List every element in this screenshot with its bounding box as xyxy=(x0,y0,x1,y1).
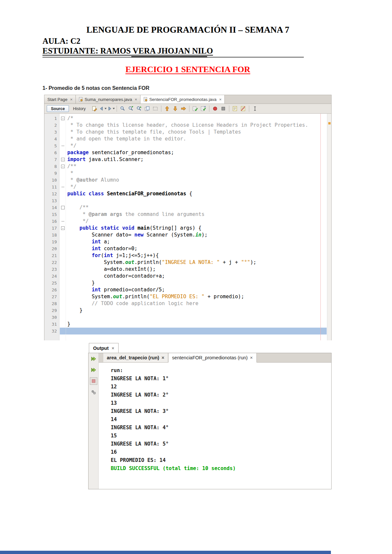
rerun-button[interactable] xyxy=(90,355,97,363)
java-file-icon xyxy=(79,97,83,102)
code-line-23[interactable]: a=dato.nextInt(); xyxy=(67,266,327,273)
close-tab-icon[interactable]: × xyxy=(219,97,222,102)
line-number: 14 xyxy=(44,204,59,211)
output-tab-bar: area_del_trapecio (run)×sentenciaFOR_pro… xyxy=(99,353,331,363)
code-line-29[interactable]: } xyxy=(67,307,327,314)
start-macro-recording-icon[interactable] xyxy=(211,105,219,112)
console-output[interactable]: run:INGRESE LA NOTA: 1°12INGRESE LA NOTA… xyxy=(99,363,331,489)
code-fold-marker[interactable]: - xyxy=(60,225,66,232)
code-fold-marker[interactable] xyxy=(60,204,66,211)
close-tab-icon[interactable]: × xyxy=(161,355,164,360)
line-number: 27 xyxy=(44,293,59,300)
code-line-24[interactable]: contador=contador+a; xyxy=(67,273,327,280)
code-line-9[interactable]: * xyxy=(67,170,327,177)
code-fold-slot xyxy=(60,129,66,136)
uncomment-icon[interactable] xyxy=(239,105,247,112)
close-tab-icon[interactable]: × xyxy=(250,355,253,360)
code-line-21[interactable]: for(int j=1;j<=5;j++){ xyxy=(67,252,327,259)
code-line-31[interactable]: } xyxy=(67,321,327,328)
ant-settings-button[interactable] xyxy=(90,388,97,396)
code-line-6[interactable]: package sentenciafor_promedionotas; xyxy=(67,149,327,156)
toggle-highlight-icon[interactable] xyxy=(143,105,151,112)
code-line-14[interactable]: /** xyxy=(67,204,327,211)
close-tab-icon[interactable]: × xyxy=(70,97,73,102)
output-tab-label: sentenciaFOR_promedionotas (run) xyxy=(172,355,248,360)
find-previous-icon[interactable] xyxy=(135,105,143,112)
code-line-12[interactable]: public class SentenciaFOR_promedionotas … xyxy=(67,190,327,197)
document-title: LENGUAJE DE PROGRAMACIÓN II – SEMANA 7 xyxy=(44,25,332,35)
code-line-3[interactable]: * To change this template file, choose T… xyxy=(67,129,327,136)
error-stripe xyxy=(327,114,331,340)
code-fold-slot xyxy=(60,280,66,286)
rerun-with-options-button[interactable] xyxy=(90,366,97,374)
line-number: 7 xyxy=(44,156,59,163)
code-line-8[interactable]: /** xyxy=(67,163,327,170)
code-line-11[interactable]: */ xyxy=(67,184,327,190)
code-fold-slot xyxy=(60,232,66,238)
forward-icon[interactable] xyxy=(107,105,115,112)
code-line-2[interactable]: * To change this license header, choose … xyxy=(67,122,327,129)
close-tab-icon[interactable]: × xyxy=(135,97,137,102)
find-selection-icon[interactable] xyxy=(119,105,126,112)
code-fold-marker[interactable]: - xyxy=(60,115,66,122)
figure-caption: 1- Promedio de 5 notas con Sentencia FOR xyxy=(42,85,149,91)
code-line-25[interactable]: } xyxy=(67,280,327,286)
code-line-22[interactable]: System.out.println("INGRESE LA NOTA: " +… xyxy=(67,259,327,266)
code-line-13[interactable] xyxy=(67,197,327,204)
code-fold-marker[interactable]: - xyxy=(60,163,66,170)
code-line-19[interactable]: int a; xyxy=(67,238,327,245)
editor-tab-2[interactable]: Suma_numeropares.java× xyxy=(76,95,140,104)
stop-macro-recording-icon[interactable] xyxy=(220,105,227,112)
line-number: 21 xyxy=(44,252,59,259)
code-line-1[interactable]: /* xyxy=(67,115,327,122)
toggle-bookmark-icon[interactable] xyxy=(180,105,187,112)
code-line-15[interactable]: * @param args the command line arguments xyxy=(67,211,327,218)
source-view-button[interactable]: Source xyxy=(47,105,69,112)
code-line-17[interactable]: public static void main(String[] args) { xyxy=(67,225,327,232)
code-fold-marker[interactable] xyxy=(60,184,66,190)
code-fold-slot xyxy=(60,177,66,184)
code-editor[interactable]: 1234567891011121314151617181920212223242… xyxy=(44,114,331,340)
code-fold-slot xyxy=(60,190,66,197)
stop-button[interactable] xyxy=(90,377,97,385)
output-window-tab[interactable]: Output × xyxy=(89,343,119,353)
code-line-7[interactable]: import java.util.Scanner; xyxy=(67,156,327,163)
previous-bookmark-icon[interactable] xyxy=(163,105,171,112)
output-tab-1[interactable]: area_del_trapecio (run)× xyxy=(103,353,168,362)
toggle-typing-mode-icon[interactable] xyxy=(251,105,259,112)
line-number: 4 xyxy=(44,136,59,142)
back-icon[interactable] xyxy=(99,105,106,112)
editor-tab-1[interactable]: Start Page× xyxy=(44,95,76,104)
code-line-18[interactable]: Scanner dato= new Scanner (System.in); xyxy=(67,232,327,238)
code-fold-marker[interactable]: - xyxy=(60,156,66,163)
code-fold-marker[interactable] xyxy=(60,218,66,225)
output-tab-2[interactable]: sentenciaFOR_promedionotas (run)× xyxy=(168,353,257,363)
code-line-27[interactable]: System.out.println("EL PROMEDIO ES: " + … xyxy=(67,293,327,300)
find-next-icon[interactable] xyxy=(127,105,135,112)
code-fold-slot xyxy=(60,136,66,142)
code-line-4[interactable]: * and open the template in the editor. xyxy=(67,136,327,142)
last-edit-icon[interactable] xyxy=(91,105,98,112)
header-divider-accent xyxy=(131,56,207,57)
code-line-30[interactable] xyxy=(67,314,327,321)
code-line-20[interactable]: int contador=0; xyxy=(67,245,327,252)
line-number: 30 xyxy=(44,314,59,321)
code-line-16[interactable]: */ xyxy=(67,218,327,225)
console-line: INGRESE LA NOTA: 5° xyxy=(111,440,329,448)
code-area[interactable]: /* * To change this license header, choo… xyxy=(67,115,327,334)
editor-tab-3[interactable]: SentenciaFOR_promedionotas.java× xyxy=(140,95,225,104)
history-view-button[interactable]: History xyxy=(70,106,88,111)
next-occurrence-icon[interactable] xyxy=(200,105,207,112)
comment-icon[interactable] xyxy=(231,105,239,112)
close-output-icon[interactable]: × xyxy=(112,346,114,351)
code-line-32[interactable] xyxy=(67,328,327,334)
code-line-26[interactable]: int promedio=contador/5; xyxy=(67,286,327,293)
next-bookmark-icon[interactable] xyxy=(172,105,179,112)
code-line-5[interactable]: */ xyxy=(67,142,327,149)
code-line-10[interactable]: * @author Alumno xyxy=(67,177,327,184)
line-number: 13 xyxy=(44,197,59,204)
previous-occurrence-icon[interactable] xyxy=(191,105,199,112)
code-fold-marker[interactable] xyxy=(60,142,66,149)
rectangular-selection-icon[interactable] xyxy=(152,105,159,112)
code-line-28[interactable]: // TODO code application logic here xyxy=(67,300,327,307)
